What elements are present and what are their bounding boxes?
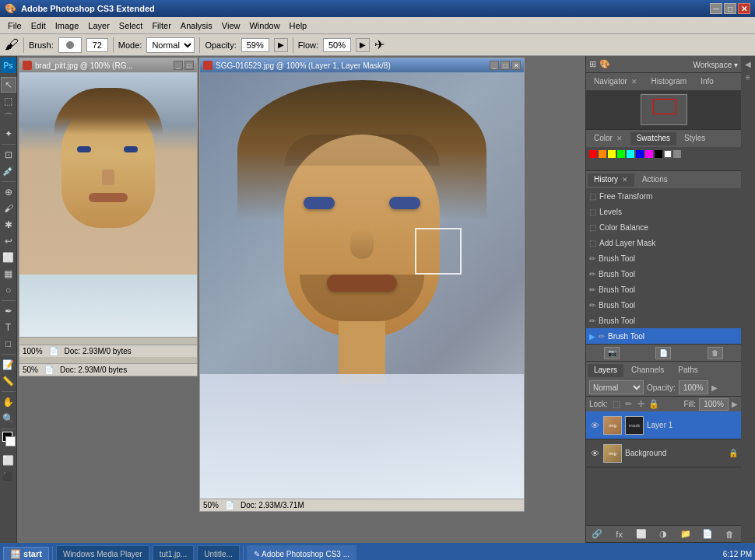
brush-tool[interactable]: 🖌	[1, 201, 16, 216]
tab-channels[interactable]: Channels	[625, 364, 670, 377]
swatch-blue[interactable]	[636, 150, 644, 158]
layer-item-1[interactable]: 👁 img mask Layer 1	[586, 411, 741, 439]
doc1-max[interactable]: □	[184, 61, 194, 70]
swatch-orange[interactable]	[599, 150, 606, 158]
panel-options-btn[interactable]: ≡	[742, 71, 754, 83]
text-tool[interactable]: T	[1, 320, 16, 335]
layers-adjustment[interactable]: ◑	[656, 528, 670, 541]
history-item-1[interactable]: ⬚ Levels	[586, 204, 741, 219]
menu-view[interactable]: View	[217, 19, 245, 32]
history-item-9[interactable]: ▶ ✏ Brush Tool	[586, 328, 741, 344]
layers-mask[interactable]: ⬜	[634, 528, 648, 541]
notes-tool[interactable]: 📝	[1, 357, 16, 373]
history-brush[interactable]: ↩	[1, 233, 16, 249]
taskbar-item-wmplayer[interactable]: Windows Media Player	[56, 545, 149, 560]
swatch-red[interactable]	[589, 150, 597, 158]
history-item-2[interactable]: ⬚ Color Balance	[586, 219, 741, 235]
layer1-eye[interactable]: 👁	[589, 420, 600, 431]
lasso-tool[interactable]: ⌒	[1, 110, 16, 125]
opacity-arrow-layers[interactable]: ▶	[711, 383, 718, 392]
airbrush-icon[interactable]: ✈	[374, 37, 385, 52]
doc1-zoom-icon[interactable]: 📄	[49, 347, 58, 355]
history-item-7[interactable]: ✏ Brush Tool	[586, 297, 741, 313]
brush-preview[interactable]	[58, 37, 82, 53]
history-delete[interactable]: 🗑	[708, 347, 723, 359]
swatch-yellow[interactable]	[608, 150, 616, 158]
fill-input[interactable]	[699, 398, 729, 411]
healing-brush[interactable]: ⊕	[1, 184, 16, 200]
collapse-btn[interactable]: ◀	[742, 58, 754, 70]
layers-opacity-input[interactable]	[679, 380, 708, 394]
menu-select[interactable]: Select	[114, 19, 148, 32]
layer-item-bg[interactable]: 👁 img Background 🔒	[586, 439, 741, 467]
doc2-title-bar[interactable]: SGG-016529.jpg @ 100% (Layer 1, Layer Ma…	[200, 58, 524, 72]
lock-paint[interactable]: ✏	[623, 399, 634, 410]
history-new-snapshot[interactable]: 📷	[604, 347, 620, 359]
doc1-hscroll[interactable]	[19, 337, 197, 345]
menu-file[interactable]: File	[3, 19, 26, 32]
hand-tool[interactable]: ✋	[1, 394, 16, 410]
color-close[interactable]: ✕	[616, 135, 623, 142]
lock-transparency[interactable]: ⬚	[611, 399, 622, 410]
doc1-canvas[interactable]	[19, 72, 197, 337]
screen-mode-btn[interactable]: ⬛	[1, 469, 16, 485]
doc1-title-bar[interactable]: brad_pitt.jpg @ 100% (RG... _ □	[19, 58, 197, 72]
taskbar-item-tut[interactable]: tut1.jp...	[153, 545, 195, 560]
eraser-tool[interactable]: ⬜	[1, 250, 16, 265]
opacity-input[interactable]	[241, 38, 269, 52]
tab-color[interactable]: Color ✕	[588, 132, 629, 145]
tab-history[interactable]: History ✕	[588, 173, 634, 187]
tab-layers[interactable]: Layers	[588, 364, 623, 377]
history-item-0[interactable]: ⬚ Free Transform	[586, 188, 741, 204]
swatch-green[interactable]	[617, 150, 625, 158]
gradient-tool[interactable]: ▦	[1, 266, 16, 282]
mode-select[interactable]: Normal	[146, 37, 195, 53]
start-button[interactable]: 🪟 start	[3, 547, 49, 561]
tab-histogram[interactable]: Histogram	[645, 75, 694, 89]
menu-help[interactable]: Help	[285, 19, 312, 32]
pen-tool[interactable]: ✒	[1, 303, 16, 319]
move-tool[interactable]: ↖	[1, 77, 16, 93]
history-item-8[interactable]: ✏ Brush Tool	[586, 313, 741, 328]
dodge-tool[interactable]: ○	[1, 282, 16, 298]
doc2-icon[interactable]: 📄	[225, 501, 234, 509]
brush-size-input[interactable]	[86, 38, 108, 52]
eyedropper-tool[interactable]: 💉	[1, 163, 16, 179]
doc2-canvas[interactable]	[200, 72, 524, 499]
flow-arrow[interactable]: ▶	[356, 38, 370, 52]
opacity-arrow[interactable]: ▶	[274, 38, 288, 52]
maximize-button[interactable]: □	[724, 3, 736, 14]
nav-close[interactable]: ✕	[631, 78, 637, 86]
menu-filter[interactable]: Filter	[147, 19, 175, 32]
workspace-btn[interactable]: Workspace ▾	[693, 60, 738, 69]
flow-input[interactable]	[323, 38, 351, 52]
lock-all[interactable]: 🔒	[648, 399, 659, 410]
doc2-close2[interactable]: ✕	[511, 61, 521, 70]
workspace-label[interactable]: Workspace ▾	[693, 61, 738, 69]
quick-mask-btn[interactable]: ⬜	[1, 453, 16, 468]
history-item-6[interactable]: ✏ Brush Tool	[586, 282, 741, 297]
tab-actions[interactable]: Actions	[636, 173, 674, 187]
measure-tool[interactable]: 📏	[1, 373, 16, 389]
swatch-black[interactable]	[655, 150, 662, 158]
swatch-white[interactable]	[664, 150, 672, 158]
doc2-min[interactable]: _	[490, 61, 499, 70]
tab-swatches[interactable]: Swatches	[630, 132, 676, 145]
panel-icon2[interactable]: 🎨	[599, 59, 610, 69]
panel-icon1[interactable]: ⊞	[589, 59, 596, 69]
history-item-4[interactable]: ✏ Brush Tool	[586, 250, 741, 266]
tab-styles[interactable]: Styles	[678, 132, 711, 145]
history-item-5[interactable]: ✏ Brush Tool	[586, 266, 741, 282]
magic-wand[interactable]: ✦	[1, 126, 16, 142]
layerbg-eye[interactable]: 👁	[589, 448, 600, 459]
doc1-close[interactable]	[23, 61, 32, 70]
menu-image[interactable]: Image	[51, 19, 84, 32]
menu-analysis[interactable]: Analysis	[176, 19, 217, 32]
minimize-button[interactable]: ─	[710, 3, 722, 14]
history-close[interactable]: ✕	[622, 176, 628, 184]
menu-window[interactable]: Window	[244, 19, 284, 32]
swatch-magenta[interactable]	[645, 150, 653, 158]
blend-mode-select[interactable]: Normal	[589, 380, 644, 394]
layers-delete[interactable]: 🗑	[723, 528, 737, 541]
swatch-gray[interactable]	[673, 150, 681, 158]
